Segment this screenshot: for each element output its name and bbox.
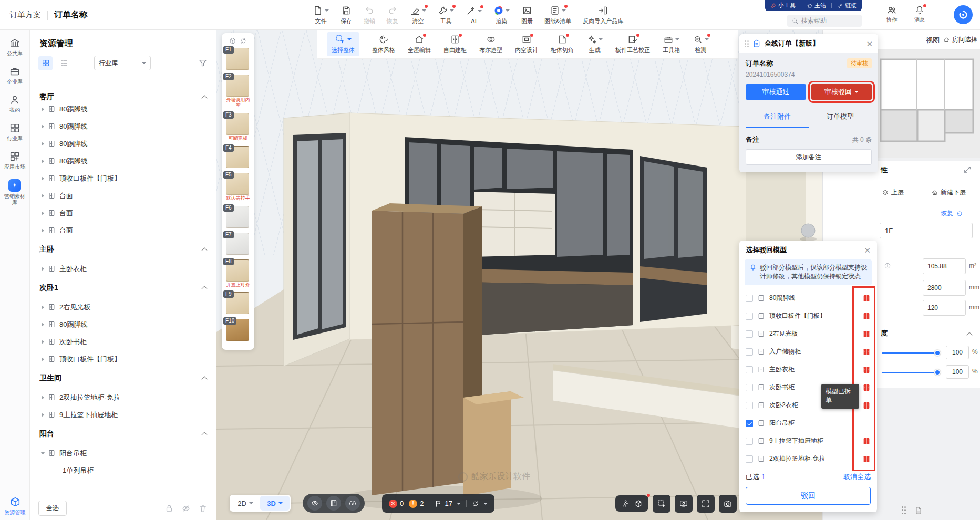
ai-menu-button[interactable]: AI bbox=[466, 6, 482, 24]
model-checkbox[interactable] bbox=[746, 455, 753, 463]
expand-triangle-icon[interactable] bbox=[42, 323, 44, 327]
fkey-slot[interactable]: F7 bbox=[226, 233, 250, 255]
generate-button[interactable]: 生成 bbox=[586, 34, 603, 54]
close-icon[interactable]: ✕ bbox=[864, 246, 871, 254]
album-button[interactable]: 图册 bbox=[521, 5, 533, 25]
model-row[interactable]: 80踢脚线 bbox=[739, 289, 877, 307]
filter-funnel-icon[interactable] bbox=[198, 58, 208, 68]
fkey-slot[interactable]: F8并置上对齐 bbox=[226, 259, 250, 288]
expand-triangle-icon[interactable] bbox=[42, 228, 44, 233]
undo-button[interactable]: 撤销 bbox=[364, 5, 375, 25]
expand-triangle-icon[interactable] bbox=[42, 357, 44, 361]
fkey-slot[interactable]: F1 bbox=[226, 48, 250, 70]
trash-icon[interactable] bbox=[198, 504, 208, 513]
marquee-select-button[interactable] bbox=[653, 495, 670, 513]
fullscreen-button[interactable] bbox=[697, 495, 715, 513]
cancel-select-all-link[interactable]: 取消全选 bbox=[843, 472, 871, 482]
fkey-slot[interactable]: F3可断宽板 bbox=[226, 113, 250, 141]
select-whole-button[interactable]: 选择整体 bbox=[327, 32, 359, 56]
tree-item[interactable]: 主卧衣柜 bbox=[30, 260, 216, 277]
save-button[interactable]: 保存 bbox=[341, 5, 352, 25]
link-share-link[interactable]: 链接 bbox=[837, 2, 857, 9]
expand-triangle-icon[interactable] bbox=[42, 142, 44, 146]
expand-triangle-icon[interactable] bbox=[42, 107, 44, 111]
rail-enterprise-library[interactable]: 企业库 bbox=[1, 66, 28, 85]
split-order-red-icon[interactable] bbox=[862, 330, 871, 338]
collaborate-button[interactable]: 协作 bbox=[886, 5, 897, 24]
toolbox-button[interactable]: 工具箱 bbox=[663, 34, 680, 54]
wall-thickness-value[interactable]: 120 bbox=[923, 300, 966, 316]
lock-icon[interactable] bbox=[164, 504, 174, 513]
select-all-button[interactable]: 全选 bbox=[38, 501, 67, 516]
redo-button[interactable]: 恢复 bbox=[387, 5, 398, 25]
rail-marketing-library[interactable]: 营销素材库 bbox=[1, 179, 28, 206]
model-row[interactable]: 9上拉篮下抽屉地柜 bbox=[739, 432, 877, 450]
global-style-button[interactable]: 整体风格 bbox=[372, 34, 395, 54]
split-order-red-icon[interactable] bbox=[862, 455, 871, 463]
model-row[interactable]: 入户储物柜 bbox=[739, 343, 877, 361]
model-checkbox[interactable] bbox=[746, 313, 753, 320]
slider-track[interactable] bbox=[882, 352, 938, 354]
close-icon[interactable]: ✕ bbox=[866, 40, 873, 48]
tree-item[interactable]: 80踢脚线 bbox=[30, 316, 216, 333]
expand-triangle-icon[interactable] bbox=[42, 194, 44, 198]
tab-order-model[interactable]: 订单模型 bbox=[809, 107, 872, 128]
tools-menu-button[interactable]: 工具 bbox=[438, 5, 454, 25]
split-order-red-icon[interactable] bbox=[862, 294, 871, 303]
mini-tools-link[interactable]: 小工具 bbox=[770, 2, 796, 9]
panel-process-correct-button[interactable]: 板件工艺校正 bbox=[615, 34, 650, 54]
model-checkbox[interactable] bbox=[746, 420, 753, 427]
drawings-list-button[interactable]: 图纸&清单 bbox=[544, 5, 571, 25]
split-order-red-icon[interactable] bbox=[862, 401, 871, 410]
display-settings-button[interactable] bbox=[675, 495, 693, 513]
tree-item[interactable]: 80踢脚线 bbox=[30, 135, 216, 152]
rail-public-library[interactable]: 公共库 bbox=[1, 37, 28, 57]
fkey-slot[interactable]: F9 bbox=[226, 292, 250, 314]
rail-resource-manager[interactable]: 资源管理 bbox=[0, 496, 30, 516]
tree-section-balcony[interactable]: 阳台 bbox=[30, 423, 216, 444]
expand-triangle-icon[interactable] bbox=[42, 305, 44, 309]
model-row[interactable]: 阳台吊柜 bbox=[739, 414, 877, 432]
whole-house-edit-button[interactable]: 全屋编辑 bbox=[408, 34, 431, 54]
approve-button[interactable]: 审核通过 bbox=[746, 84, 806, 100]
tree-section-bedroom2[interactable]: 次卧1 bbox=[30, 277, 216, 298]
slider-knob[interactable] bbox=[934, 350, 941, 356]
error-count-item[interactable]: ✕0 bbox=[389, 500, 404, 508]
export-doc-icon[interactable] bbox=[914, 506, 923, 515]
fkey-slot[interactable]: F6 bbox=[226, 206, 250, 228]
performance-gauge-button[interactable] bbox=[345, 496, 360, 511]
tree-item[interactable]: 2双抽拉篮地柜-免拉 bbox=[30, 389, 216, 406]
tree-item[interactable]: 次卧书柜 bbox=[30, 333, 216, 350]
mode-2d-button[interactable]: 2D bbox=[231, 496, 260, 511]
hide-eye-icon[interactable] bbox=[181, 504, 191, 513]
tree-item[interactable]: 台面 bbox=[30, 204, 216, 222]
panel-drag-grip[interactable] bbox=[745, 40, 749, 47]
clear-button[interactable]: 清空 bbox=[410, 5, 426, 25]
expand-triangle-icon[interactable] bbox=[42, 267, 44, 271]
expand-triangle-icon[interactable] bbox=[42, 159, 44, 163]
model-checkbox[interactable] bbox=[746, 366, 753, 373]
expand-icon[interactable] bbox=[963, 165, 972, 174]
tree-item[interactable]: 顶收口板件【门板】 bbox=[30, 170, 216, 187]
chevron-up-icon[interactable] bbox=[966, 332, 972, 338]
slider2-value[interactable]: 100 bbox=[946, 365, 969, 379]
render-button[interactable]: 渲染 bbox=[493, 5, 510, 25]
warning-count-item[interactable]: !2 bbox=[409, 500, 424, 508]
confirm-reject-button[interactable]: 驳回 bbox=[746, 487, 871, 505]
file-menu-button[interactable]: 文件 bbox=[313, 5, 329, 25]
cube-icon[interactable] bbox=[229, 37, 236, 45]
split-order-red-icon[interactable] bbox=[862, 366, 871, 374]
help-search-input[interactable]: 搜索帮助 bbox=[787, 15, 862, 27]
tree-item[interactable]: 台面 bbox=[30, 222, 216, 239]
tree-item[interactable]: 9上拉篮下抽屉地柜 bbox=[30, 406, 216, 423]
model-checkbox[interactable] bbox=[746, 295, 753, 302]
document-title[interactable]: 订单名称 bbox=[54, 9, 88, 20]
grid-view-toggle[interactable] bbox=[38, 56, 53, 70]
sync-icon[interactable] bbox=[240, 37, 247, 45]
split-order-red-icon[interactable] bbox=[862, 312, 871, 320]
expand-triangle-icon[interactable] bbox=[42, 396, 44, 400]
view-tab[interactable]: 视图 bbox=[926, 36, 940, 45]
fkey-slot[interactable]: F2外墙调用内空 bbox=[226, 75, 250, 108]
expand-triangle-icon[interactable] bbox=[42, 413, 44, 417]
rail-app-market[interactable]: 应用市场 bbox=[1, 151, 28, 170]
